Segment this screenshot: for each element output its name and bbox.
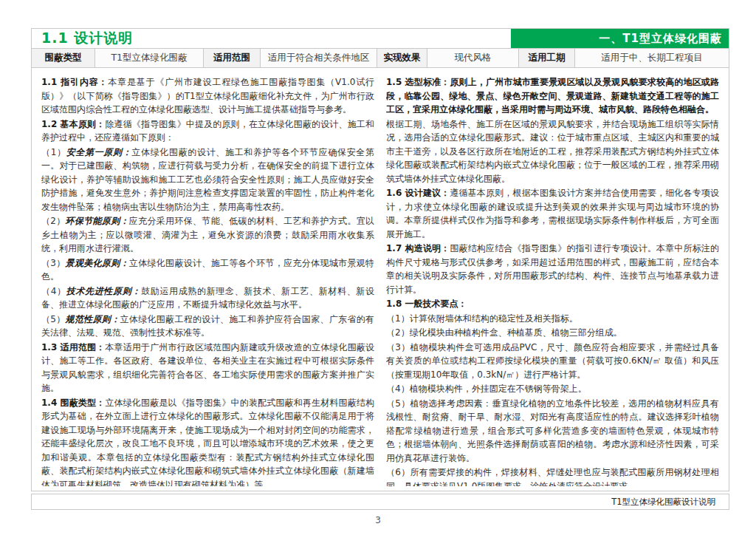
paragraph: （4）技术先进性原则：鼓励运用成熟的新理念、新技术、新工艺、新材料、新设备、推进…	[41, 284, 374, 312]
paragraph-lead: 1.3 适用范围：	[41, 342, 105, 352]
paragraph-text: （5）植物选择考虑因素：垂直绿化植物的立地条件比较差，选用的植物材料应具有浅根性…	[386, 398, 719, 463]
section-badge: 一、T1型立体绿化围蔽	[511, 29, 729, 48]
paragraph: （2）绿化模块由种植构件盒、种植基质、植物三部分组成。	[386, 326, 719, 340]
body-area: 1.1 指引内容：本章是基于《广州市建设工程绿色施工围蔽指导图集（V1.0试行版…	[32, 68, 729, 491]
paragraph-text: （3）植物模块构件盒可选用成品PVC，尺寸、颜色应符合相应要求，并需经过具备有关…	[386, 342, 719, 380]
document-page: 1.1 设计说明 一、T1型立体绿化围蔽 围蔽类型T1型立体绿化围蔽适用范围适用…	[0, 0, 756, 535]
info-label: 实现效果	[377, 49, 427, 67]
paragraph: 根据工期、场地条件、施工所在区域的景观风貌要求，并结合现场施工组织等实际情况，选…	[386, 117, 719, 186]
paragraph-lead: 环保节能原则：	[66, 216, 129, 226]
info-label: 围蔽类型	[32, 49, 95, 67]
paragraph: （5）规范性原则：立体绿化围蔽工程的设计、施工和养护应符合国家、广东省的有关法律…	[41, 313, 374, 340]
paragraph-text: （1）计算依附墙体和结构的稳定性及相关指标。	[386, 313, 578, 324]
paragraph-lead: 1.8 一般技术要点：	[386, 299, 467, 309]
paragraph-number: （2）	[41, 216, 66, 226]
paragraph: 1.7 构造说明：围蔽结构应结合《指导图集》的指引进行专项设计。本章中所标注的构…	[386, 242, 719, 296]
paragraph-lead: 1.5 选型标准：	[386, 77, 450, 87]
paragraph-number: （1）	[41, 147, 66, 157]
paragraph-number: （3）	[41, 258, 66, 268]
info-value: 现代风格	[427, 49, 519, 67]
paragraph: （6）所有需要焊接的构件，焊接材料、焊缝处理也应与装配式围蔽所用钢材处理相同，具…	[386, 466, 719, 486]
info-label: 适用工期	[519, 49, 575, 67]
info-value: 适用于符合相关条件地区	[261, 49, 377, 67]
paragraph-lead: 规范性原则：	[66, 314, 120, 324]
paragraph-text: （4）植物模块构件，外挂固定在不锈钢等骨架上。	[386, 384, 587, 394]
paragraph: （2）环保节能原则：应充分采用环保、节能、低碳的材料、工艺和养护方式。宜以乡土植…	[41, 214, 374, 256]
paragraph: （1）安全第一原则：立体绿化围蔽的设计、施工和养护等各个环节应确保安全第一。对于…	[41, 146, 374, 214]
paragraph-lead: 景观美化原则：	[66, 258, 129, 268]
header-banner: 1.1 设计说明 一、T1型立体绿化围蔽	[32, 29, 729, 48]
info-value: 适用于中、长期工程项目	[575, 49, 729, 67]
paragraph-lead: 1.1 指引内容：	[41, 77, 108, 87]
paragraph-lead: 1.4 围蔽类型：	[41, 398, 105, 408]
paragraph-lead: 技术先进性原则：	[66, 286, 141, 296]
info-value: T1型立体绿化围蔽	[95, 49, 204, 67]
paragraph-number: （5）	[41, 314, 66, 324]
paragraph: 1.4 围蔽类型：立体绿化围蔽是以《指导图集》中的装配式围蔽和再生材料围蔽结构形…	[41, 396, 374, 487]
paragraph-lead: 1.7 构造说明：	[386, 243, 450, 253]
paragraph-lead: 1.6 设计建议：	[386, 188, 450, 198]
info-row: 围蔽类型T1型立体绿化围蔽适用范围适用于符合相关条件地区实现效果现代风格适用工期…	[32, 48, 729, 68]
page-number: 3	[0, 515, 756, 525]
paragraph-lead: 安全第一原则：	[66, 147, 132, 157]
paragraph: 1.6 设计建议：遵循基本原则，根据本图集设计方案并结合使用需要，细化各专项设计…	[386, 186, 719, 241]
paragraph-lead: 1.2 基本原则：	[41, 119, 105, 129]
paragraph-text: 根据工期、场地条件、施工所在区域的景观风貌要求，并结合现场施工组织等实际情况，选…	[386, 119, 719, 184]
paragraph: （3）植物模块构件盒可选用成品PVC，尺寸、颜色应符合相应要求，并需经过具备有关…	[386, 341, 719, 382]
paragraph: 1.1 指引内容：本章是基于《广州市建设工程绿色施工围蔽指导图集（V1.0试行版…	[41, 75, 374, 117]
paragraph: （3）景观美化原则：立体绿化围蔽设计、施工等各个环节，应充分体现城市景观特色。	[41, 256, 374, 284]
paragraph: 1.5 选型标准：原则上，广州市城市重要景观区域以及景观风貌要求较高的地区或路段…	[386, 75, 719, 117]
footer-strip: T1型立体绿化围蔽设计说明	[31, 494, 729, 510]
paragraph-number: （4）	[41, 286, 66, 296]
paragraph: 1.8 一般技术要点：	[386, 297, 719, 311]
footer-caption: T1型立体绿化围蔽设计说明	[611, 497, 715, 508]
paragraph: （4）植物模块构件，外挂固定在不锈钢等骨架上。	[386, 382, 719, 396]
paragraph-text: （2）绿化模块由种植构件盒、种植基质、植物三部分组成。	[386, 327, 622, 338]
paragraph: 1.2 基本原则：除遵循《指导图集》中提及的原则，在立体绿化围蔽的设计、施工和养…	[41, 117, 374, 145]
page-title: 1.1 设计说明	[32, 29, 133, 48]
right-column: 1.5 选型标准：原则上，广州市城市重要景观区域以及景观风貌要求较高的地区或路段…	[386, 75, 719, 486]
paragraph: （5）植物选择考虑因素：垂直绿化植物的立地条件比较差，选用的植物材料应具有浅根性…	[386, 397, 719, 466]
info-label: 适用范围	[204, 49, 261, 67]
paragraph-text: 立体绿化围蔽是以《指导图集》中的装配式围蔽和再生材料围蔽结构形式为基础，在外立面…	[41, 398, 374, 487]
content-sheet: 1.1 设计说明 一、T1型立体绿化围蔽 围蔽类型T1型立体绿化围蔽适用范围适用…	[31, 28, 729, 491]
paragraph: （1）计算依附墙体和结构的稳定性及相关指标。	[386, 312, 719, 326]
paragraph-text: （6）所有需要焊接的构件，焊接材料、焊缝处理也应与装配式围蔽所用钢材处理相同，具…	[386, 467, 719, 486]
left-column: 1.1 指引内容：本章是基于《广州市建设工程绿色施工围蔽指导图集（V1.0试行版…	[41, 75, 374, 486]
paragraph: 1.3 适用范围：本章适用于广州市行政区域范围内新建或升级改造的立体绿化围蔽设计…	[41, 341, 374, 395]
